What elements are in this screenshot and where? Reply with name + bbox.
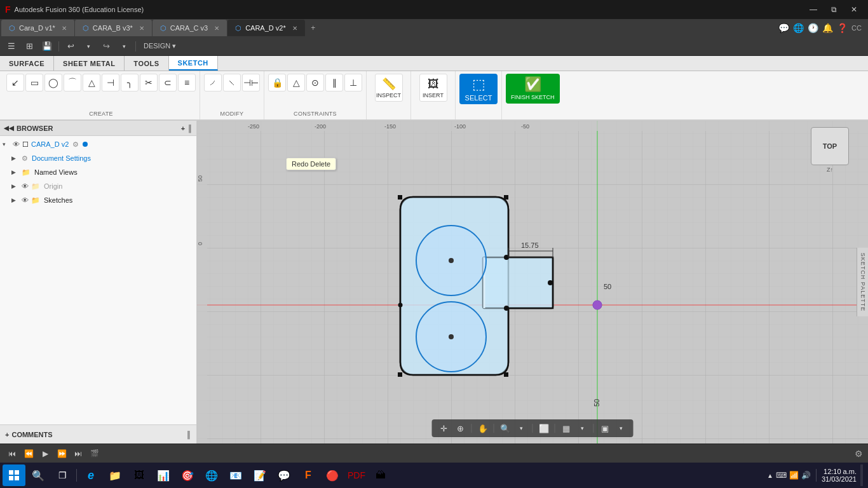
tab-cara-d-v2[interactable]: ⬡ CARA_D v2* ✕ — [227, 20, 305, 36]
task-view-button[interactable]: ❐ — [51, 464, 74, 487]
restore-button[interactable]: ⧉ — [825, 3, 843, 16]
close-button[interactable]: ✕ — [845, 3, 863, 16]
clock-icon[interactable]: 🕐 — [808, 23, 818, 33]
pin-icon[interactable]: ║ — [187, 125, 193, 132]
parallel-constraint[interactable]: ∥ — [325, 74, 343, 92]
fillet-tool[interactable]: ╮ — [121, 74, 139, 92]
excel-button[interactable]: 📊 — [152, 464, 175, 487]
expand-icon[interactable]: + — [181, 125, 185, 132]
tab-cara-c-v3[interactable]: ⬡ CARA_C v3 ✕ — [153, 20, 227, 36]
redo-dropdown[interactable]: ▾ — [116, 39, 132, 53]
project-tool[interactable]: ⊂ — [159, 74, 177, 92]
comments-panel[interactable]: + COMMENTS ║ — [0, 424, 197, 444]
view-cube[interactable]: TOP Z↑ — [811, 127, 849, 165]
minimize-button[interactable]: — — [804, 3, 822, 16]
collapse-icon[interactable]: ◀◀ — [4, 125, 14, 132]
tab-sketch[interactable]: SKETCH — [169, 56, 218, 71]
eye-icon[interactable]: 👁 — [22, 196, 29, 204]
sketch-palette-tab[interactable]: SKETCH PALETTE — [857, 248, 868, 316]
circle-constraint[interactable]: ⊙ — [306, 74, 324, 92]
help-icon[interactable]: ❓ — [837, 23, 848, 33]
construction-tool[interactable]: ≡ — [178, 74, 196, 92]
mirror-tool[interactable]: ⟋ — [204, 74, 222, 92]
timeline-prev[interactable]: ⏪ — [22, 447, 36, 461]
tab-tools[interactable]: TOOLS — [125, 56, 168, 71]
tab-cara-d-v1[interactable]: ⬡ Cara_D v1* ✕ — [1, 20, 74, 36]
show-desktop[interactable] — [860, 464, 863, 486]
tab-cara-b-v3[interactable]: ⬡ CARA_B v3* ✕ — [75, 20, 152, 36]
scale-tool[interactable]: ⟍ — [223, 74, 241, 92]
timeline-play[interactable]: ▶ — [38, 447, 52, 461]
tab-sheet-metal[interactable]: SHEET METAL — [54, 56, 125, 71]
grid-dropdown[interactable]: ▾ — [576, 421, 590, 435]
window-controls[interactable]: — ⧉ ✕ — [804, 3, 863, 16]
settings-icon[interactable]: ⚙ — [72, 140, 79, 149]
finish-sketch-button[interactable]: ✅ FINISH SKETCH — [506, 74, 560, 104]
line-tool[interactable]: ↙ — [6, 74, 24, 92]
display-settings[interactable]: ▣ — [598, 421, 612, 435]
trim-tool[interactable]: ✂ — [140, 74, 158, 92]
lock-constraint[interactable]: 🔒 — [268, 74, 286, 92]
fusion-button[interactable]: F — [297, 464, 320, 487]
explorer-button[interactable]: 📁 — [104, 464, 126, 487]
save-button[interactable]: 💾 — [39, 39, 55, 53]
eye-icon[interactable]: 👁 — [13, 140, 20, 148]
cc-badge[interactable]: CC — [851, 24, 862, 32]
outlook-button[interactable]: 📧 — [224, 464, 247, 487]
eye-icon[interactable]: 👁 — [22, 182, 29, 190]
arc-tool[interactable]: ⌒ — [64, 74, 81, 92]
tab-close-icon[interactable]: ✕ — [139, 25, 144, 32]
timeline-start[interactable]: ⏮ — [5, 447, 19, 461]
globe-icon[interactable]: 🌐 — [793, 23, 804, 33]
chrome-button[interactable]: 🌐 — [200, 464, 223, 487]
tree-item-doc-settings[interactable]: ▶ ⚙ Document Settings — [0, 151, 196, 165]
teams-button[interactable]: 💬 — [273, 464, 295, 487]
rectangle-tool[interactable]: ▭ — [25, 74, 43, 92]
word-button[interactable]: 📝 — [248, 464, 271, 487]
add-tab-button[interactable]: + — [306, 20, 321, 36]
timeline-end[interactable]: ⏭ — [71, 447, 85, 461]
tab-surface[interactable]: SURFACE — [0, 56, 54, 71]
acrobat-button[interactable]: PDF — [345, 464, 368, 487]
measure-tool[interactable]: 📏 INSPECT — [375, 74, 403, 102]
undo-dropdown[interactable]: ▾ — [81, 39, 96, 53]
perpendicular-constraint[interactable]: ⊥ — [344, 74, 362, 92]
volume-icon[interactable]: 🔊 — [801, 471, 811, 480]
viewport[interactable]: -250 -200 -150 -100 -50 50 0 — [197, 121, 868, 444]
pan-tool[interactable]: ✋ — [476, 421, 490, 435]
photos-button[interactable]: 🖼 — [128, 464, 151, 487]
look-at-tool[interactable]: ⊕ — [454, 421, 468, 435]
circle-tool[interactable]: ◯ — [44, 74, 62, 92]
tab-close-icon[interactable]: ✕ — [62, 25, 67, 32]
tree-item-cara-d-v2[interactable]: ▾ 👁 ☐ CARA_D v2 ⚙ — [0, 137, 196, 151]
hamburger-menu[interactable]: ☰ — [4, 39, 19, 53]
zoom-tool[interactable]: 🔍 — [498, 421, 512, 435]
cube-top-face[interactable]: TOP — [811, 127, 849, 165]
move-tool-vp[interactable]: ✛ — [437, 421, 451, 435]
tree-item-origin[interactable]: ▶ 👁 📁 Origin — [0, 179, 196, 193]
powerpoint-button[interactable]: 🎯 — [176, 464, 199, 487]
offset-tool[interactable]: ⊣ — [102, 74, 119, 92]
fit-view-tool[interactable]: ⬜ — [537, 421, 551, 435]
polygon-tool[interactable]: △ — [83, 74, 100, 92]
comments-pin[interactable]: ║ — [186, 431, 191, 438]
tree-item-named-views[interactable]: ▶ 📁 Named Views — [0, 165, 196, 179]
tree-item-sketches[interactable]: ▶ 👁 📁 Sketches — [0, 193, 196, 207]
bell-icon[interactable]: 🔔 — [822, 23, 833, 33]
insert-image-tool[interactable]: 🖼 INSERT — [419, 74, 447, 102]
tab-close-icon[interactable]: ✕ — [214, 25, 219, 32]
tray-up-icon[interactable]: ▲ — [767, 472, 773, 479]
timeline-next[interactable]: ⏩ — [55, 447, 69, 461]
wifi-icon[interactable]: 📶 — [789, 471, 799, 480]
keyboard-icon[interactable]: ⌨ — [776, 471, 787, 480]
grid-display-tool[interactable]: ▦ — [559, 421, 573, 435]
timeline-settings[interactable]: ⚙ — [855, 449, 863, 459]
select-button[interactable]: ⬚ SELECT — [459, 74, 498, 104]
zoom-dropdown[interactable]: ▾ — [515, 421, 529, 435]
app2-button[interactable]: 🔴 — [321, 464, 344, 487]
photos2-button[interactable]: 🏔 — [369, 464, 392, 487]
camera-icon[interactable]: 🎬 — [88, 447, 102, 461]
triangle-constraint[interactable]: △ — [287, 74, 305, 92]
comments-expand[interactable]: + — [5, 431, 9, 438]
grid-icon[interactable]: ⊞ — [22, 39, 37, 53]
